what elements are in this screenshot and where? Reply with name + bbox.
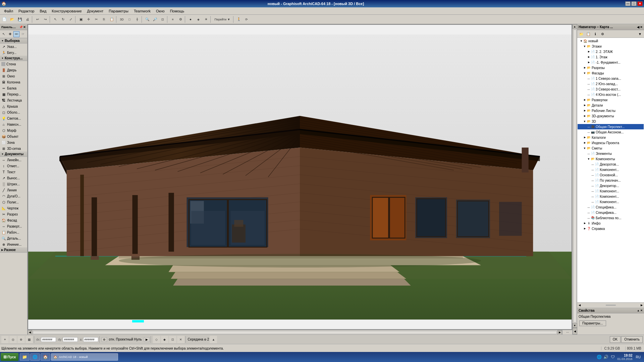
tree-item-pounomn[interactable]: — 📄 По умолнач... bbox=[578, 178, 644, 183]
viewport-scrollbar-h[interactable]: ◀ ▶ ⋯ bbox=[28, 330, 572, 335]
taskbar-explorer[interactable]: 📁 bbox=[20, 353, 30, 361]
tool-perekr[interactable]: ▦ Перекр... bbox=[0, 91, 27, 97]
scroll-down-btn[interactable]: ▼ bbox=[573, 323, 577, 328]
tree-item-komponenty[interactable]: ▼ 📂 Компоненты bbox=[578, 156, 644, 162]
tb-zoom-out[interactable]: 🔎 bbox=[151, 16, 159, 23]
tree-arrow-detali[interactable]: ▶ bbox=[583, 104, 586, 107]
tb-new[interactable]: 📄 bbox=[1, 16, 8, 23]
tree-arrow-specif1[interactable]: — bbox=[587, 206, 590, 208]
bt-polar[interactable]: ◎ bbox=[9, 336, 17, 343]
scroll-thumb-h[interactable] bbox=[33, 331, 557, 334]
menu-help[interactable]: Помощь bbox=[167, 8, 187, 14]
tree-arrow-indproj[interactable]: ▶ bbox=[583, 141, 586, 144]
props-params-button[interactable]: Параметры... bbox=[579, 320, 606, 326]
tree-item-komp3[interactable]: — 📄 Компонент... bbox=[578, 188, 644, 194]
tb-goto[interactable]: Перейти ▼ bbox=[212, 16, 232, 23]
maximize-button[interactable]: □ bbox=[631, 1, 637, 6]
menu-window[interactable]: Окно bbox=[153, 8, 167, 14]
tool-stena[interactable]: Стена bbox=[0, 61, 27, 67]
tool-3dsetka[interactable]: ⊞ 3D-сетка bbox=[0, 145, 27, 152]
tb-copy[interactable]: ⎘ bbox=[100, 16, 108, 23]
menu-construct[interactable]: Конструирование bbox=[49, 8, 84, 14]
panel-close-icon[interactable]: ✕ bbox=[23, 25, 26, 29]
tree-arrow-etajm1[interactable]: ▶ bbox=[587, 61, 590, 64]
tool-kolonna[interactable]: 🏛 Колонна bbox=[0, 79, 27, 85]
tree-item-komp5[interactable]: — 📄 Компонент... bbox=[578, 199, 644, 204]
scroll-left-btn[interactable]: ◀ bbox=[28, 330, 32, 335]
tb-fit[interactable]: ⊡ bbox=[159, 16, 166, 23]
tool-ukaz[interactable]: ↗ Указ... bbox=[0, 44, 27, 50]
tree-item-specif2[interactable]: — 📄 Специфика... bbox=[578, 210, 644, 215]
tree-item-komp4[interactable]: — 📄 Компонент... bbox=[578, 194, 644, 199]
tree-item-osnovoy[interactable]: — 📄 Основной... bbox=[578, 172, 644, 178]
tb-walk[interactable]: 🚶 bbox=[235, 16, 243, 23]
tool-duga[interactable]: ◠ Дуга/О... bbox=[0, 193, 27, 199]
tb-floor-plan[interactable]: □ bbox=[126, 16, 133, 23]
menu-file[interactable]: Файл bbox=[1, 8, 16, 14]
nav-btn-more[interactable]: ▼ bbox=[637, 31, 643, 37]
tb-layer[interactable]: ≡ bbox=[169, 16, 176, 23]
tree-arrow-spravka[interactable]: ▶ bbox=[583, 227, 586, 230]
tree-item-smety[interactable]: ▼ 📂 Сметы bbox=[578, 145, 644, 151]
clock-area[interactable]: 19:02 01.03.2016 bbox=[618, 354, 633, 361]
nav-btn-settings[interactable]: ⚙ bbox=[599, 31, 606, 37]
nav-btn-publisher[interactable]: 📋 bbox=[585, 31, 592, 37]
tree-arrow-obshaks[interactable]: — bbox=[587, 131, 590, 133]
tree-arrow-etagi[interactable]: ▼ bbox=[583, 45, 586, 48]
tool-linein[interactable]: ↔ Линейн... bbox=[0, 157, 27, 163]
tree-item-komp2[interactable]: — 📄 Компонент... bbox=[578, 167, 644, 172]
tb-display[interactable]: ◈ bbox=[195, 16, 202, 23]
tool-zona[interactable]: ⬜ Зона bbox=[0, 139, 27, 145]
menu-params[interactable]: Параметры bbox=[106, 8, 131, 14]
resize-handle[interactable]: ⋯ bbox=[562, 330, 572, 335]
tool-okno[interactable]: ⊞ Окно bbox=[0, 73, 27, 79]
tb-pointer-cross[interactable]: ✚ bbox=[7, 31, 13, 37]
tool-vynos[interactable]: ↗ Вынос... bbox=[0, 175, 27, 181]
tool-begus[interactable]: 🏃 Бегу... bbox=[0, 50, 27, 56]
tree-item-detali[interactable]: ▶ 📂 Детали bbox=[578, 103, 644, 108]
coord-system-icon[interactable]: ⊛ bbox=[102, 337, 107, 342]
tree-item-fas4[interactable]: — 📄 4 Юго-восток (... bbox=[578, 92, 644, 97]
tree-arrow-3ddoc[interactable]: ▶ bbox=[583, 115, 586, 117]
tree-arrow-elementy[interactable]: — bbox=[587, 153, 590, 155]
props-close-icon[interactable]: ✕ bbox=[640, 309, 643, 312]
scroll-thumb-v[interactable] bbox=[573, 29, 577, 322]
tb-render[interactable]: ● bbox=[187, 16, 194, 23]
tool-otmet[interactable]: ↕ Отмет... bbox=[0, 163, 27, 169]
tb-redo[interactable]: ↪ bbox=[42, 16, 49, 23]
tree-arrow-komp5[interactable]: — bbox=[591, 201, 594, 203]
tb-rotate[interactable]: ↻ bbox=[59, 16, 67, 23]
tree-arrow-komponenty[interactable]: ▼ bbox=[587, 158, 590, 161]
props-expand-icon[interactable]: ▲ bbox=[637, 309, 640, 312]
tool-dver[interactable]: 🚪 Дверь bbox=[0, 67, 27, 73]
tb-save[interactable]: 💾 bbox=[16, 16, 23, 23]
tool-chertej[interactable]: 📐 Чертеж bbox=[0, 205, 27, 211]
tree-arrow-biblio[interactable]: — bbox=[587, 217, 590, 219]
snap-btn-3[interactable]: ⊡ bbox=[169, 336, 176, 343]
tool-obolo[interactable]: ◻ Оболо... bbox=[0, 109, 27, 115]
tb-undo[interactable]: ↩ bbox=[34, 16, 41, 23]
tb-zoom-in[interactable]: 🔍 bbox=[144, 16, 151, 23]
collapse-panel-btn[interactable]: ◀ bbox=[573, 328, 577, 335]
tree-arrow-fas2[interactable]: — bbox=[587, 83, 590, 85]
tree-item-obshperspt[interactable]: — 🎥 Общая Перспект... bbox=[578, 124, 644, 129]
tree-arrow-info[interactable]: ▶ bbox=[583, 222, 586, 225]
tree-arrow-noviy[interactable]: ▼ bbox=[580, 40, 583, 43]
tree-item-fasad[interactable]: ▼ 📂 Фасады bbox=[578, 70, 644, 76]
tb-select-area[interactable]: ▣ bbox=[77, 16, 85, 23]
tool-linia[interactable]: ╱ Линия bbox=[0, 187, 27, 193]
snap-btn-2[interactable]: ◆ bbox=[161, 336, 168, 343]
tree-arrow-3d[interactable]: ▼ bbox=[583, 120, 586, 123]
panel-pin-icon[interactable]: 📌 bbox=[19, 25, 23, 29]
tree-arrow-specif2[interactable]: — bbox=[587, 212, 590, 214]
tree-arrow-komp3[interactable]: — bbox=[591, 190, 594, 192]
minimize-button[interactable]: — bbox=[625, 1, 631, 6]
snap-up-btn[interactable]: ▲ bbox=[210, 336, 217, 343]
tree-item-etagi[interactable]: ▼ 📂 Этажи bbox=[578, 44, 644, 49]
tree-item-specif1[interactable]: — 📄 Специфика... bbox=[578, 204, 644, 210]
snap-btn-4[interactable]: ✕ bbox=[177, 336, 184, 343]
tb-move[interactable]: ✛ bbox=[85, 16, 92, 23]
tool-shtrix[interactable]: ░ Штрих... bbox=[0, 181, 27, 187]
nav-close-icon[interactable]: ✕ bbox=[640, 25, 643, 29]
bt-snap[interactable]: ⊕ bbox=[17, 336, 25, 343]
